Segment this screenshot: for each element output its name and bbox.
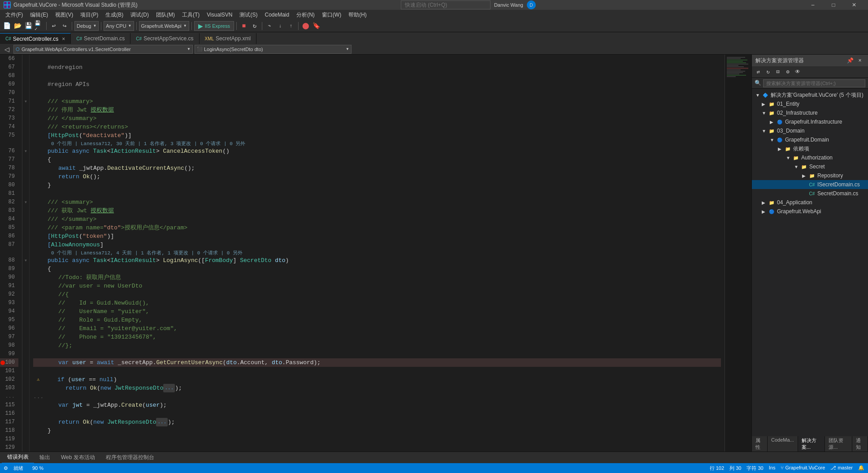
app-icon	[4, 1, 11, 9]
tree-02-infra[interactable]: ▼ 📁 02_Infrastructure	[752, 108, 868, 117]
folder-icon: 📁	[792, 154, 799, 161]
se-sync-btn[interactable]: ⇄	[754, 68, 763, 77]
maximize-button[interactable]: □	[823, 0, 844, 10]
namespace-dropdown[interactable]: ⬡ Grapefruit.WebApi.Controllers.v1.Secre…	[13, 45, 193, 54]
menu-codemaid[interactable]: CodeMaid	[261, 10, 293, 20]
restart-btn[interactable]: ↻	[250, 21, 260, 31]
bookmark-btn[interactable]: 🔖	[312, 21, 321, 31]
solution-explorer-panel: 解决方案资源管理器 📌 × ⇄ ↻ ⊟ ⚙ 👁 🔍 ▼ 🔷 解决方案'Grape…	[751, 55, 868, 452]
notifications-tab[interactable]: 通知	[852, 436, 868, 452]
line-num-85: 85	[0, 224, 18, 232]
solution-tab[interactable]: 解决方案...	[798, 436, 825, 452]
menu-window[interactable]: 窗口(W)	[318, 10, 345, 20]
code-editor[interactable]: 66 67 68 69 70 71 72 73 74 75 76 77 78 7…	[0, 55, 751, 452]
user-avatar[interactable]: D	[527, 0, 536, 9]
code-line-129	[33, 443, 721, 452]
tree-gf-infra[interactable]: ▶ 🔵 Grapefruit.Infrastructure	[752, 117, 868, 126]
menu-file[interactable]: 文件(F)	[2, 10, 26, 20]
se-properties-btn[interactable]: ⚙	[783, 68, 792, 77]
menu-edit[interactable]: 编辑(E)	[26, 10, 52, 20]
menu-test[interactable]: 测试(S)	[236, 10, 261, 20]
new-project-btn[interactable]: 📄	[2, 21, 12, 31]
quick-launch-input[interactable]	[401, 0, 490, 9]
chevron-down-icon: ▼	[187, 47, 191, 51]
nav-back-btn[interactable]: ◁	[2, 44, 12, 54]
se-filter-btn[interactable]: ⊟	[773, 68, 782, 77]
line-num-117: 117	[0, 418, 18, 426]
tree-authorization[interactable]: ▼ 📁 Authorization	[752, 153, 868, 162]
method-dropdown[interactable]: ⬛ LoginAsync(SecretDto dto) ▼	[195, 45, 352, 54]
ellipsis-103[interactable]: ...	[163, 384, 175, 392]
tree-03-domain[interactable]: ▼ 📁 03_Domain	[752, 126, 868, 135]
redo-btn[interactable]: ↪	[60, 21, 69, 31]
step-over-btn[interactable]: ↷	[265, 21, 274, 31]
properties-tab[interactable]: 属性	[752, 436, 768, 452]
open-btn[interactable]: 📂	[13, 21, 22, 31]
sep1	[46, 22, 47, 30]
tree-repository[interactable]: ▶ 📁 Repository	[752, 171, 868, 180]
tree-gf-webapi[interactable]: ▶ 🔵 Grapefruit.WebApi	[752, 207, 868, 216]
tree-gf-domain[interactable]: ▼ 🔵 Grapefruit.Domain	[752, 135, 868, 144]
menu-debug[interactable]: 调试(D)	[127, 10, 152, 20]
fold-88[interactable]: ▼	[22, 256, 29, 265]
method-text: LoginAsync(SecretDto dto)	[204, 47, 263, 52]
cs-file-icon: C#	[76, 36, 82, 41]
menu-view[interactable]: 视图(V)	[52, 10, 77, 20]
code-text-area[interactable]: #endregion #region APIs /// <summary> //…	[30, 55, 725, 452]
tab-web-publish[interactable]: Web 发布活动	[56, 452, 100, 464]
menu-analyze[interactable]: 分析(N)	[293, 10, 318, 20]
se-close-btn[interactable]: ×	[855, 56, 864, 65]
se-preview-btn[interactable]: 👁	[793, 68, 802, 77]
step-out-btn[interactable]: ↑	[286, 21, 296, 31]
code-line-72: /// 停用 Jwt 授权数据	[33, 106, 721, 114]
menu-team[interactable]: 团队(M)	[152, 10, 178, 20]
tree-secret[interactable]: ▼ 📁 Secret	[752, 162, 868, 171]
expand-arrow: ▼	[762, 129, 768, 133]
stop-btn[interactable]: ■	[239, 21, 249, 31]
fold-82[interactable]: ▼	[22, 198, 29, 206]
tab-secret-appservice[interactable]: C# SecretAppService.cs	[130, 33, 199, 44]
gutter-87	[22, 241, 29, 249]
menu-visualsvn[interactable]: VisualSVN	[203, 10, 236, 20]
codemaid-tab[interactable]: CodeMa...	[768, 436, 798, 452]
tree-01-entity[interactable]: ▶ 📁 01_Entity	[752, 99, 868, 108]
tab-error-list[interactable]: 错误列表	[2, 452, 34, 464]
menu-build[interactable]: 生成(B)	[102, 10, 127, 20]
se-refresh-btn[interactable]: ↻	[764, 68, 773, 77]
close-button[interactable]: ✕	[844, 0, 864, 10]
ellipsis-117[interactable]: ...	[156, 418, 168, 426]
menu-project[interactable]: 项目(P)	[77, 10, 102, 20]
undo-btn[interactable]: ↩	[49, 21, 59, 31]
team-resources-tab[interactable]: 团队资源...	[825, 436, 852, 452]
se-pin-btn[interactable]: 📌	[846, 56, 855, 65]
status-right-group: 行 102 列 30 字符 30 Ins ⑂ Grapefruit.VuCore…	[710, 465, 864, 472]
menu-help[interactable]: 帮助(H)	[345, 10, 370, 20]
tab-secret-controller[interactable]: C# SecretController.cs ×	[0, 33, 71, 44]
fold-76[interactable]: ▼	[22, 147, 29, 155]
tree-secret-domain[interactable]: C# SecretDomain.cs	[752, 189, 868, 198]
tab-secret-domain[interactable]: C# SecretDomain.cs	[71, 33, 130, 44]
tree-dependencies[interactable]: ▶ 📁 依赖项	[752, 144, 868, 153]
tree-isecret-domain[interactable]: C# ISecretDomain.cs	[752, 180, 868, 189]
minimize-button[interactable]: –	[803, 0, 823, 10]
line-num-82: 82	[0, 198, 18, 206]
tab-package-manager[interactable]: 程序包管理器控制台	[100, 452, 160, 464]
project-dropdown[interactable]: Grapefruit.WebApi ▼	[139, 21, 189, 31]
tab-secret-xml[interactable]: XML SecretApp.xml	[200, 33, 257, 44]
save-btn[interactable]: 💾	[23, 21, 33, 31]
step-into-btn[interactable]: ↓	[275, 21, 285, 31]
platform-dropdown[interactable]: Any CPU ▼	[104, 21, 134, 31]
save-all-btn[interactable]: 💾✓	[34, 21, 44, 31]
fold-71[interactable]: ▼	[22, 97, 29, 106]
tree-04-app[interactable]: ▶ 📁 04_Application	[752, 198, 868, 207]
tree-solution-root[interactable]: ▼ 🔷 解决方案'Grapefruit.VuCore' (5 个项目)	[752, 90, 868, 99]
tab-close-icon[interactable]: ×	[62, 36, 65, 42]
se-search-input[interactable]	[763, 79, 865, 87]
line-num-119: 119	[0, 435, 18, 443]
tab-output[interactable]: 输出	[34, 452, 56, 464]
debug-mode-dropdown[interactable]: Debug ▼	[74, 21, 99, 31]
run-button[interactable]: ▶ IIS Express	[194, 21, 234, 31]
breakpoint-btn[interactable]: ⬤	[301, 21, 311, 31]
menu-tools[interactable]: 工具(T)	[178, 10, 203, 20]
menu-bar: 文件(F) 编辑(E) 视图(V) 项目(P) 生成(B) 调试(D) 团队(M…	[0, 10, 868, 20]
